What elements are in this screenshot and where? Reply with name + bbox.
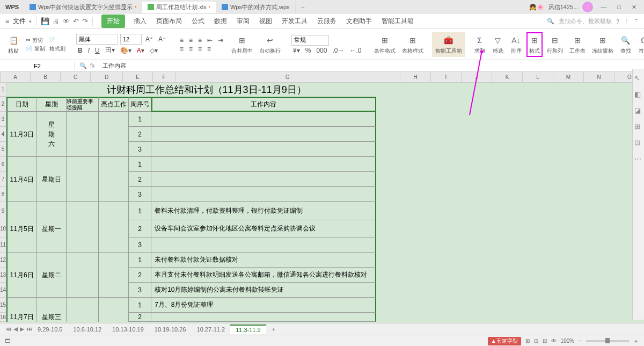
doc-tab-0[interactable]: Wps中如何快速设置文字为竖排显示• [24, 2, 142, 13]
cell-date[interactable] [6, 298, 36, 313]
cell-seq[interactable]: 2 [129, 220, 151, 237]
preview-icon[interactable]: 👁 [63, 17, 70, 25]
col-header[interactable]: L [523, 72, 553, 83]
cell-content[interactable]: 本月支付未付餐料款明细发送各公寓邮箱，微信通知各公寓进行餐料款核对 [151, 268, 376, 283]
minimize-button[interactable]: — [597, 4, 610, 10]
sheet-tab[interactable]: 9.29-10.5 [32, 325, 68, 334]
cell-seq[interactable]: 3 [129, 187, 151, 202]
cell-date[interactable] [6, 112, 36, 127]
cells-grid[interactable]: 计财科周工作总结和计划（11月3日-11月9日）日期星期班前重要事项提醒亮点工作… [6, 83, 644, 322]
cell-empty[interactable] [99, 187, 129, 202]
cell-empty[interactable] [67, 112, 99, 127]
bold-button[interactable]: B [76, 47, 84, 54]
cell-content[interactable]: 核对10月陈婷编制的公寓未付餐料款转帐凭证 [151, 283, 376, 298]
currency-icon[interactable]: ¥▾ [291, 47, 302, 54]
fx-label[interactable]: fx [90, 62, 95, 69]
col-header[interactable]: D [91, 72, 123, 83]
cell-week[interactable] [36, 298, 67, 313]
col-header[interactable]: H [400, 72, 431, 83]
freeze-icon[interactable]: ⊞ [597, 34, 609, 46]
zoom-value[interactable]: 100% [561, 338, 575, 344]
tab-insert[interactable]: 插入 [133, 15, 148, 28]
search-placeholder[interactable]: 查找命令、搜索模板 [559, 17, 612, 25]
cell-date[interactable] [6, 157, 36, 172]
cell-content[interactable] [151, 172, 376, 187]
font-select[interactable] [76, 34, 118, 45]
cut-icon[interactable]: ✂ [26, 37, 30, 43]
cell-empty[interactable] [99, 268, 129, 283]
align-right-icon[interactable]: ≡ [196, 45, 203, 53]
name-box[interactable]: F2 [0, 62, 75, 70]
format-button-highlight[interactable]: ⊞格式 [526, 32, 543, 57]
cell-date[interactable]: 11月7日 [6, 313, 36, 322]
cell-date[interactable] [6, 283, 36, 298]
cell-date[interactable]: 11月4日 [6, 172, 36, 187]
cell-seq[interactable]: 2 [129, 127, 151, 142]
tab-cloud[interactable]: 云服务 [316, 15, 338, 28]
col-header[interactable]: K [492, 72, 523, 83]
row-header[interactable]: 4 [0, 127, 6, 142]
cell-seq[interactable]: 2 [129, 172, 151, 187]
cell-empty[interactable] [99, 112, 129, 127]
rail-analysis-icon[interactable]: ◪ [634, 106, 643, 115]
dec-dec-icon[interactable]: ←.0 [348, 47, 363, 54]
cell-empty[interactable] [67, 187, 99, 202]
rail-property-icon[interactable]: ⊞ [634, 122, 643, 131]
cell-content[interactable] [151, 313, 376, 322]
size-select[interactable] [120, 34, 142, 45]
cell-seq[interactable]: 1 [129, 298, 151, 313]
clipboard-icon[interactable]: 📄 [48, 37, 55, 43]
cell-week[interactable]: 星期二 [36, 268, 67, 283]
cell-date[interactable]: 11月5日 [6, 220, 36, 237]
copy-icon[interactable]: 📄 [26, 46, 32, 52]
cell-date[interactable] [6, 253, 36, 268]
print-icon[interactable]: 🖨 [53, 17, 60, 25]
zoom-out-button[interactable]: − [579, 338, 582, 344]
cell-seq[interactable]: 3 [129, 237, 151, 253]
tab-layout[interactable]: 页面布局 [155, 15, 183, 28]
tab-dochelper[interactable]: 文档助手 [345, 15, 373, 28]
view-custom-icon[interactable]: 👁 [551, 338, 557, 344]
row-header[interactable]: 8 [0, 187, 6, 202]
align-center-icon[interactable]: ≡ [187, 45, 194, 53]
cell-empty[interactable] [99, 142, 129, 157]
cell-content[interactable] [151, 237, 376, 253]
sheet-nav-next[interactable]: ▶ [20, 326, 24, 333]
more-icon[interactable]: ⋮ [624, 18, 630, 25]
cell-week[interactable] [36, 127, 67, 142]
decrease-font-icon[interactable]: A⁻ [157, 35, 167, 43]
cond-format-icon[interactable]: ⊞ [379, 34, 391, 46]
rail-more-icon[interactable]: ⋯ [634, 155, 643, 163]
sum-icon[interactable]: Σ [474, 34, 486, 46]
cell-content[interactable]: 餐料未付款清理，付款资料整理，银行付款凭证编制 [151, 202, 376, 220]
tab-start[interactable]: 开始 [101, 15, 125, 28]
indent-dec-icon[interactable]: ⇤ [206, 37, 214, 44]
cell-date[interactable]: 11月6日 [6, 268, 36, 283]
cell-week[interactable] [36, 202, 67, 220]
cell-week[interactable]: 星期一 [36, 220, 67, 237]
comma-icon[interactable]: 000 [314, 47, 328, 54]
menu-icon[interactable]: ≡ [5, 17, 10, 25]
status-icon[interactable]: 🗔 [5, 338, 11, 344]
sheet-tab[interactable]: 10.27-11.2 [192, 325, 231, 334]
cell-content[interactable]: 设备车间会议室参加怀化地区公寓餐料定点采购协调会议 [151, 220, 376, 237]
cell-empty[interactable] [67, 283, 99, 298]
filter-icon[interactable]: ▽ [492, 34, 504, 46]
tab-data[interactable]: 数据 [213, 15, 228, 28]
col-header[interactable]: J [462, 72, 492, 83]
cell-empty[interactable] [67, 298, 99, 313]
cell-seq[interactable]: 1 [129, 202, 151, 220]
find-icon[interactable]: 🔍 [620, 34, 632, 46]
save-icon[interactable]: 💾 [41, 17, 49, 25]
cell-empty[interactable] [99, 237, 129, 253]
align-left-icon[interactable]: ≡ [178, 45, 185, 53]
col-header[interactable]: A [1, 72, 31, 83]
view-page-icon[interactable]: ⊡ [534, 338, 538, 344]
cell-date[interactable] [6, 187, 36, 202]
brush-label[interactable]: 格式刷 [49, 45, 65, 53]
cell-empty[interactable] [67, 313, 99, 322]
fill-button[interactable]: 🎨▾ [119, 47, 133, 54]
clear-format-button[interactable]: ◇▾ [148, 47, 159, 54]
avatar[interactable] [582, 2, 593, 12]
cell-empty[interactable] [99, 220, 129, 237]
